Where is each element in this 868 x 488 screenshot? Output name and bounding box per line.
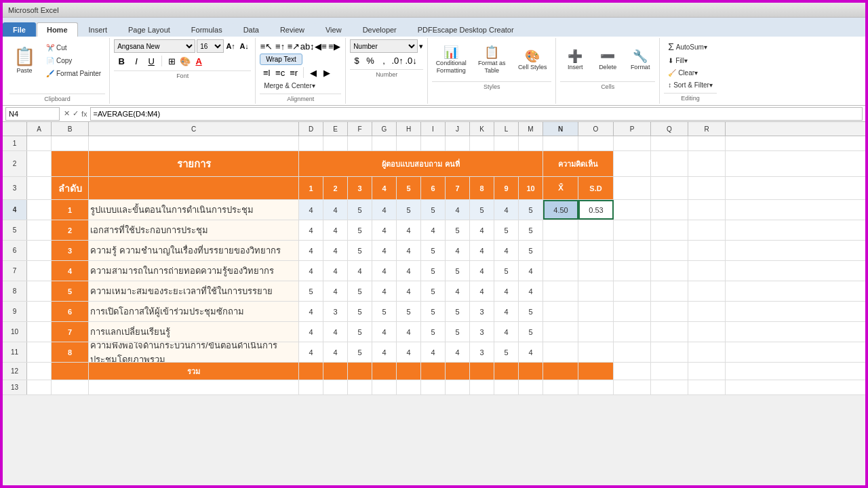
cell-o6[interactable] [578,241,614,260]
cell-p5[interactable] [614,220,651,240]
cell-o10[interactable] [578,322,614,342]
cell-q1[interactable] [651,136,688,150]
cell-h11[interactable]: 4 [397,342,421,362]
col-header-c[interactable]: C [89,122,299,136]
cell-p7[interactable] [614,261,651,281]
cell-o8[interactable] [578,281,614,301]
cell-i7[interactable]: 5 [421,261,446,281]
cell-i13[interactable] [421,380,446,394]
cell-r10[interactable] [688,322,726,342]
cell-b13[interactable] [52,380,89,394]
decimal-decrease-btn[interactable]: .0↓ [404,54,418,67]
cell-e13[interactable] [323,380,348,394]
cell-a2[interactable] [27,151,52,176]
cell-g1[interactable] [372,136,397,150]
currency-btn[interactable]: $ [350,54,363,67]
wrap-text-button[interactable]: Wrap Text [260,54,302,65]
cell-i6[interactable]: 5 [421,241,446,260]
align-top-center-btn[interactable]: ≡↑ [273,39,287,53]
cell-a10[interactable] [27,322,52,342]
cell-h10[interactable]: 4 [397,322,421,342]
col-header-b[interactable]: B [52,122,89,136]
cell-b7[interactable]: 4 [52,261,89,281]
cell-r6[interactable] [688,241,726,260]
cell-b1[interactable] [52,136,89,150]
cell-j5[interactable]: 5 [446,220,470,240]
cell-l6[interactable]: 4 [494,241,519,260]
fill-button[interactable]: ⬇ Fill ▾ [664,55,692,66]
decrease-indent-btn[interactable]: ◀ [307,66,320,79]
cell-l11[interactable]: 5 [494,342,519,362]
cell-f11[interactable]: 5 [348,342,372,362]
cell-j10[interactable]: 5 [446,322,470,342]
indent-increase-btn[interactable]: ≡▶ [328,39,341,53]
row-header-11[interactable]: 11 [3,342,27,362]
formula-insert-function-btn[interactable]: fx [81,110,87,118]
tab-insert[interactable]: Insert [79,22,118,37]
cell-g4[interactable]: 4 [372,200,397,220]
cell-f6[interactable]: 5 [348,241,372,260]
cell-q5[interactable] [651,220,688,240]
cell-l1[interactable] [494,136,519,150]
row-header-13[interactable]: 13 [3,380,27,394]
cell-b8[interactable]: 5 [52,281,89,301]
row-header-4[interactable]: 4 [3,200,27,220]
cell-r4[interactable] [688,200,726,220]
col-header-j[interactable]: J [446,122,470,136]
cell-n-o-2[interactable]: ความคิดเห็น [543,151,614,176]
cell-o9[interactable] [578,302,614,321]
cell-c9[interactable]: การเปิดโอกาสให้ผู้เข้าร่วมประชุมซักถาม [89,302,299,321]
cell-r2[interactable] [688,151,726,176]
cell-q13[interactable] [651,380,688,394]
tab-file[interactable]: File [3,22,36,37]
col-header-f[interactable]: F [348,122,372,136]
col-header-h[interactable]: H [397,122,421,136]
cell-f13[interactable] [348,380,372,394]
cell-e11[interactable]: 4 [323,342,348,362]
cell-m6[interactable]: 5 [519,241,543,260]
cell-i8[interactable]: 5 [421,281,446,301]
cell-r13[interactable] [688,380,726,394]
clear-button[interactable]: 🧹 Clear ▾ [664,67,702,79]
cell-reference-box[interactable] [5,107,60,121]
align-top-right-btn[interactable]: ≡↗ [287,39,300,53]
cell-f1[interactable] [348,136,372,150]
col-header-i[interactable]: I [421,122,446,136]
insert-button[interactable]: ➕ Insert [560,39,590,80]
cell-o3[interactable]: S.D [578,177,614,199]
cell-i10[interactable]: 5 [421,322,446,342]
cell-n12[interactable] [543,363,578,380]
cell-f3[interactable]: 3 [348,177,372,199]
italic-button[interactable]: I [129,54,144,68]
cell-n1[interactable] [543,136,578,150]
cell-d1[interactable] [299,136,323,150]
paste-button[interactable]: 📋 Paste [9,39,39,80]
cell-r1[interactable] [688,136,726,150]
cell-d6[interactable]: 4 [299,241,323,260]
formula-enter-btn[interactable]: ✓ [73,109,79,118]
cell-k5[interactable]: 4 [470,220,494,240]
percent-btn[interactable]: % [363,54,377,67]
cell-g13[interactable] [372,380,397,394]
cell-q8[interactable] [651,281,688,301]
cell-r9[interactable] [688,302,726,321]
cell-h7[interactable]: 4 [397,261,421,281]
cell-e10[interactable]: 4 [323,322,348,342]
cell-e3[interactable]: 2 [323,177,348,199]
cell-o7[interactable] [578,261,614,281]
cell-c1[interactable] [89,136,299,150]
cell-j4[interactable]: 4 [446,200,470,220]
format-as-table-button[interactable]: 📋 Format as Table [473,39,511,80]
cell-q6[interactable] [651,241,688,260]
cell-h1[interactable] [397,136,421,150]
cell-i5[interactable]: 4 [421,220,446,240]
cell-o1[interactable] [578,136,614,150]
cell-j12[interactable] [446,363,470,380]
cell-m4[interactable]: 5 [519,200,543,220]
cell-i3[interactable]: 6 [421,177,446,199]
cell-d9[interactable]: 4 [299,302,323,321]
cell-i12[interactable] [421,363,446,380]
formula-cancel-btn[interactable]: ✕ [64,109,70,118]
cell-c7[interactable]: ความสามารถในการถ่ายทอดความรู้ของวิทยากร [89,261,299,281]
cell-n7[interactable] [543,261,578,281]
